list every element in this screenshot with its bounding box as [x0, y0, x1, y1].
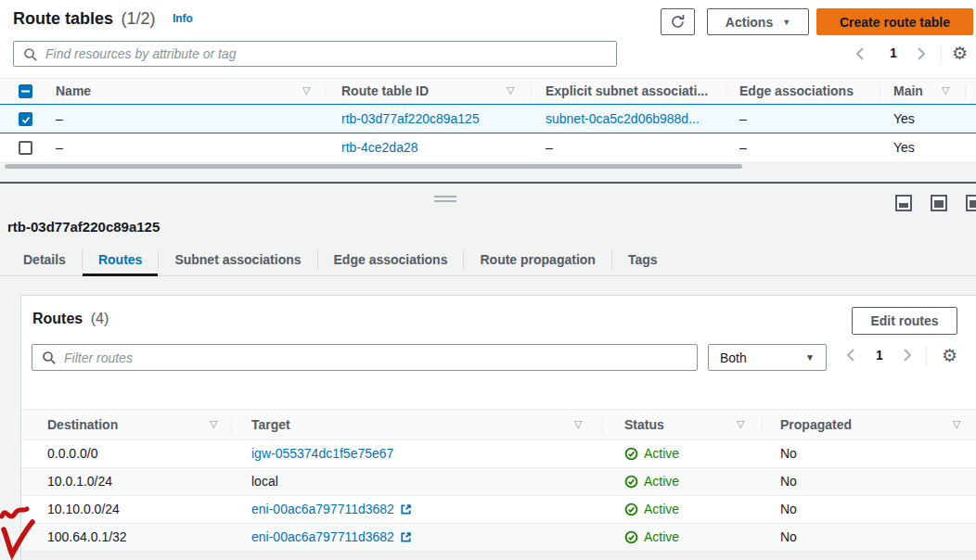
- tab-edge-associations[interactable]: Edge associations: [318, 243, 464, 275]
- status-active-icon: [624, 447, 638, 461]
- external-link-icon[interactable]: [400, 531, 412, 543]
- cell-target: eni-00ac6a797711d3682: [251, 502, 412, 516]
- cell-destination: 100.64.0.1/32: [47, 529, 127, 544]
- target-link[interactable]: eni-00ac6a797711d3682: [251, 502, 394, 516]
- cell-propagated: No: [780, 529, 797, 544]
- previous-page-icon[interactable]: [846, 348, 855, 363]
- sort-icon[interactable]: ▽: [210, 418, 217, 430]
- routes-header-row: Destination ▽ Target ▽ Status ▽ Propagat…: [21, 409, 976, 440]
- route-row[interactable]: 100.64.0.1/32 eni-00ac6a797711d3682 Acti…: [21, 524, 976, 552]
- target-link[interactable]: eni-00ac6a797711d3682: [251, 529, 394, 544]
- sort-icon[interactable]: ▽: [302, 84, 310, 96]
- status-active-icon: [624, 503, 638, 516]
- page-title: Route tables: [13, 9, 113, 28]
- create-route-table-button[interactable]: Create route table: [816, 8, 973, 35]
- column-header-name[interactable]: Name: [56, 83, 91, 98]
- tab-subnet-associations[interactable]: Subnet associations: [159, 243, 316, 275]
- sort-icon[interactable]: ▽: [953, 418, 960, 430]
- route-tables-header-row: Name ▽ Route table ID ▽ Explicit subnet …: [0, 78, 976, 104]
- column-header-target[interactable]: Target: [251, 417, 290, 432]
- route-row[interactable]: 10.10.0.0/24 eni-00ac6a797711d3682 Activ…: [21, 496, 976, 524]
- cell-subnet: –: [546, 140, 553, 155]
- full-panel-layout-icon[interactable]: [931, 195, 947, 211]
- column-divider: [762, 417, 763, 434]
- column-header-status[interactable]: Status: [624, 417, 664, 432]
- cell-destination: 10.0.1.0/24: [47, 474, 112, 489]
- previous-page-icon[interactable]: [855, 46, 865, 61]
- refresh-button[interactable]: [661, 8, 695, 35]
- routes-filter[interactable]: [32, 344, 698, 371]
- detail-pane: rtb-03d77af220c89a125 Details Routes Sub…: [0, 184, 976, 560]
- table-row[interactable]: – rtb-03d77af220c89a125 subnet-0ca5c2d06…: [0, 104, 976, 134]
- column-divider: [531, 84, 532, 99]
- status-text: Active: [644, 502, 679, 516]
- actions-button[interactable]: Actions ▼: [707, 8, 809, 35]
- sort-icon[interactable]: ▽: [507, 84, 514, 96]
- actions-label: Actions: [726, 15, 773, 30]
- tab-route-propagation[interactable]: Route propagation: [464, 243, 610, 275]
- status-active-icon: [624, 475, 638, 489]
- indeterminate-icon: [21, 87, 30, 95]
- select-value: Both: [720, 350, 747, 365]
- route-row[interactable]: 0.0.0.0/0 igw-055374dc1f5e75e67 Active N…: [21, 440, 976, 468]
- subnet-link[interactable]: subnet-0ca5c2d06b988d...: [546, 111, 700, 126]
- sort-icon[interactable]: ▽: [737, 418, 744, 430]
- route-table-id-link[interactable]: rtb-03d77af220c89a125: [341, 111, 480, 126]
- tab-details[interactable]: Details: [7, 243, 82, 275]
- routes-count: (4): [91, 311, 109, 326]
- pane-resize-handle[interactable]: [434, 196, 456, 205]
- status-active-icon: [624, 530, 638, 544]
- cell-name: –: [56, 140, 63, 155]
- routes-card-title: Routes (4): [32, 311, 109, 327]
- cell-propagated: No: [780, 502, 797, 516]
- sort-icon[interactable]: ▽: [942, 84, 949, 96]
- column-header-destination[interactable]: Destination: [47, 417, 118, 432]
- routes-card: Routes (4) Edit routes Both ▼ 1 ⚙: [20, 295, 976, 560]
- sort-icon[interactable]: ▽: [574, 418, 582, 430]
- bottom-panel-layout-icon[interactable]: [895, 195, 912, 211]
- route-table-id-link[interactable]: rtb-4ce2da28: [341, 140, 418, 155]
- route-type-select[interactable]: Both ▼: [708, 344, 827, 371]
- selection-count: (1/2): [121, 9, 155, 28]
- ec2-route-tables-screen: Route tables (1/2) Info Actions ▼ Create…: [0, 0, 976, 560]
- target-link[interactable]: igw-055374dc1f5e75e67: [251, 446, 393, 461]
- route-row[interactable]: 10.0.1.0/24 local Active No: [21, 468, 976, 496]
- scrollbar-thumb[interactable]: [5, 164, 742, 169]
- cell-edge: –: [739, 140, 747, 155]
- select-all-checkbox[interactable]: [19, 84, 32, 98]
- column-header-propagated[interactable]: Propagated: [780, 417, 852, 432]
- page-header: Route tables (1/2) Info: [13, 9, 193, 29]
- resource-search[interactable]: [13, 41, 617, 67]
- resource-search-input[interactable]: [45, 42, 610, 66]
- page-number[interactable]: 1: [890, 45, 897, 60]
- row-checkbox-unchecked[interactable]: [19, 141, 32, 155]
- page-number[interactable]: 1: [876, 348, 883, 363]
- column-header-edge-associations[interactable]: Edge associations: [739, 83, 854, 98]
- column-header-main[interactable]: Main: [893, 83, 923, 98]
- next-page-icon[interactable]: [917, 46, 926, 61]
- settings-gear-icon[interactable]: ⚙: [942, 347, 957, 364]
- edit-routes-button[interactable]: Edit routes: [852, 307, 957, 335]
- toolbar-divider: [926, 346, 927, 366]
- refresh-icon: [670, 14, 686, 30]
- routes-filter-input[interactable]: [64, 345, 691, 370]
- search-icon: [42, 350, 57, 365]
- tab-routes[interactable]: Routes: [83, 243, 158, 275]
- info-link[interactable]: Info: [173, 12, 193, 25]
- column-header-route-table-id[interactable]: Route table ID: [341, 83, 429, 98]
- row-checkbox-checked[interactable]: [19, 112, 32, 126]
- cell-main: Yes: [893, 140, 915, 155]
- settings-gear-icon[interactable]: ⚙: [952, 45, 968, 62]
- status-badge: Active: [624, 474, 679, 489]
- cell-destination: 10.10.0.0/24: [47, 502, 120, 516]
- routes-title: Routes: [32, 311, 83, 326]
- next-page-icon[interactable]: [903, 348, 912, 363]
- table-row[interactable]: – rtb-4ce2da28 – – Yes: [0, 134, 976, 163]
- toolbar-divider: [941, 45, 942, 65]
- external-link-icon[interactable]: [400, 503, 412, 515]
- tab-tags[interactable]: Tags: [612, 243, 674, 275]
- side-panel-layout-icon[interactable]: [966, 195, 976, 211]
- column-divider: [231, 417, 232, 434]
- column-header-explicit-subnet[interactable]: Explicit subnet associati...: [546, 83, 708, 98]
- caret-down-icon: ▼: [805, 352, 815, 363]
